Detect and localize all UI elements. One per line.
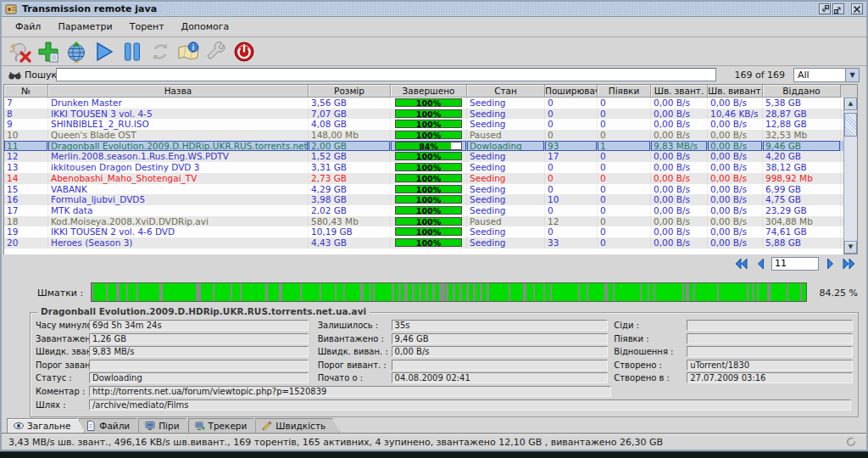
add-url-button[interactable] xyxy=(64,39,89,64)
cell[interactable]: 0,00 B/s xyxy=(708,216,763,227)
table-row[interactable]: 12Merlin.2008.season.1.Rus.Eng.WS.PDTV1,… xyxy=(4,151,843,162)
table-row[interactable]: 16Formula_ljubvi_DVD53,98 GB100%Seeding1… xyxy=(4,194,843,205)
cell[interactable]: 3,31 GB xyxy=(309,162,391,173)
cell[interactable]: 0 xyxy=(598,184,651,195)
table-row[interactable]: 9SHINBIBLE1_2_RU.ISO4,08 GB100%Seeding00… xyxy=(4,119,843,130)
detail-field[interactable]: Dowloading xyxy=(89,372,309,383)
col-done[interactable]: Завершено xyxy=(391,85,467,98)
cell[interactable]: MTK data xyxy=(48,205,309,216)
cell[interactable]: 304,88 Mb xyxy=(763,216,841,227)
table-row[interactable]: 20Heroes (Season 3)4,43 GB100%Seeding330… xyxy=(4,237,843,249)
cell[interactable]: 0 xyxy=(598,151,651,162)
cell[interactable]: Heroes (Season 3) xyxy=(48,237,309,249)
cell[interactable]: 12,88 GB xyxy=(763,119,841,130)
cell[interactable]: 4,08 GB xyxy=(309,119,391,130)
cell[interactable]: 0,00 B/s xyxy=(651,205,708,216)
progress-cell[interactable]: 100% xyxy=(391,98,467,109)
detail-field[interactable] xyxy=(392,360,609,371)
cell[interactable]: 0 xyxy=(545,119,598,130)
cell[interactable]: Seeding xyxy=(467,162,545,173)
col-number[interactable]: № xyxy=(4,85,48,98)
add-torrent-button[interactable] xyxy=(36,39,61,64)
cell[interactable]: 0,00 B/s xyxy=(708,173,763,184)
filter-dropdown[interactable]: All ▼ xyxy=(793,68,860,82)
cell[interactable]: 12 xyxy=(545,216,598,227)
cell[interactable]: 0 xyxy=(545,162,598,173)
prev-page-button[interactable] xyxy=(752,256,769,271)
progress-cell[interactable]: 100% xyxy=(391,216,467,227)
tab-files[interactable]: Файли xyxy=(79,418,144,433)
cell[interactable]: Seeding xyxy=(467,194,545,205)
tab-peers[interactable]: Піри xyxy=(138,418,193,433)
cell[interactable]: 0,00 B/s xyxy=(708,98,763,109)
cell[interactable]: Seeding xyxy=(467,151,545,162)
col-ul-speed[interactable]: Шв. вивант. xyxy=(708,85,763,98)
cell[interactable]: Seeding xyxy=(467,98,545,109)
cell[interactable]: 17 xyxy=(4,205,48,216)
menu-parameters[interactable]: Параметри xyxy=(49,19,120,35)
table-row[interactable]: 14Abenobashi_Maho_Shotengai_TV2,73 GB100… xyxy=(4,173,843,184)
iconify-button[interactable] xyxy=(819,3,831,14)
cell[interactable]: 7 xyxy=(4,98,48,109)
cell[interactable]: 0 xyxy=(598,173,651,184)
cell[interactable]: 11 xyxy=(4,141,48,152)
path-field[interactable]: /archive/mediato/Films xyxy=(89,399,851,411)
cell[interactable]: 0,00 B/s xyxy=(651,194,708,205)
col-seeders[interactable]: Поширювачи xyxy=(545,85,598,98)
cell[interactable]: 32,53 Mb xyxy=(763,130,841,141)
cell[interactable]: 0,00 B/s xyxy=(651,98,708,109)
cell[interactable]: 5,88 GB xyxy=(763,237,841,249)
table-row[interactable]: 10Queen's Blade OST148,00 Mb100%Paused00… xyxy=(4,130,843,141)
detail-field[interactable]: 9,83 MB/s xyxy=(89,346,309,357)
cell[interactable]: 0 xyxy=(545,184,598,195)
cell[interactable]: 13 xyxy=(4,162,48,173)
disconnect-button[interactable] xyxy=(8,39,33,64)
cell[interactable]: 9,83 MB/s xyxy=(651,141,708,152)
vertical-scrollbar[interactable]: ▲ ▼ xyxy=(843,98,857,254)
cell[interactable]: 6,99 GB xyxy=(763,184,841,195)
table-row[interactable]: 11Dragonball Evolution.2009.D.HDRip.UKR.… xyxy=(4,141,843,152)
col-dl-speed[interactable]: Шв. звант. xyxy=(651,85,708,98)
cell[interactable]: Seeding xyxy=(467,173,545,184)
cell[interactable]: 148,00 Mb xyxy=(309,130,391,141)
cell[interactable]: 0 xyxy=(598,205,651,216)
cell[interactable]: 0,00 B/s xyxy=(708,130,763,141)
cell[interactable]: 0 xyxy=(545,226,598,237)
detail-field[interactable]: 04.08.2009 02:41 xyxy=(392,372,609,383)
cell[interactable]: 0,00 B/s xyxy=(651,119,708,130)
cell[interactable]: 0,00 B/s xyxy=(708,226,763,237)
progress-cell[interactable]: 100% xyxy=(391,173,467,184)
detail-field[interactable] xyxy=(89,360,309,371)
quit-button[interactable] xyxy=(231,39,257,64)
cell[interactable]: 4,43 GB xyxy=(309,237,391,249)
cell[interactable]: 4,20 GB xyxy=(763,151,841,162)
start-button[interactable] xyxy=(92,39,117,64)
menu-file[interactable]: Файл xyxy=(7,19,49,35)
cell[interactable]: Abenobashi_Maho_Shotengai_TV xyxy=(48,173,309,184)
cell[interactable]: 17 xyxy=(545,151,598,162)
cell[interactable]: 0 xyxy=(545,205,598,216)
table-row[interactable]: 13ikkitousen Dragon Destiny DVD 33,31 GB… xyxy=(4,162,843,173)
detail-field[interactable] xyxy=(687,320,853,331)
cell[interactable]: Dragonball Evolution.2009.D.HDRip.UKR.RU… xyxy=(48,141,309,152)
cell[interactable]: SHINBIBLE1_2_RU.ISO xyxy=(48,119,309,130)
col-uploaded[interactable]: Віддано xyxy=(763,85,841,98)
chevron-down-icon[interactable]: ▼ xyxy=(845,69,859,81)
cell[interactable]: 20 xyxy=(4,237,48,249)
progress-cell[interactable]: 100% xyxy=(391,119,467,130)
comment-field[interactable]: http://torrents.net.ua/forum/viewtopic.p… xyxy=(89,386,611,397)
menu-torrent[interactable]: Торент xyxy=(121,19,173,35)
cell[interactable]: 10,19 GB xyxy=(309,226,391,237)
detail-field[interactable]: 0,00 B/s xyxy=(392,346,609,357)
cell[interactable]: 0 xyxy=(545,173,598,184)
cell[interactable]: 5,38 GB xyxy=(763,98,841,109)
cell[interactable]: 0,00 B/s xyxy=(708,141,763,152)
cell[interactable]: Paused xyxy=(467,130,545,141)
cell[interactable]: 0,00 B/s xyxy=(708,162,763,173)
cell[interactable]: 0,00 B/s xyxy=(651,109,708,120)
cell[interactable]: Paused xyxy=(467,216,545,227)
cell[interactable]: 3,56 GB xyxy=(309,98,391,109)
table-row[interactable]: 19IKKI TOUSEN 2 vol. 4-6 DVD10,19 GB100%… xyxy=(4,226,843,237)
cell[interactable]: 0,00 B/s xyxy=(708,205,763,216)
cell[interactable]: 2,02 GB xyxy=(309,205,391,216)
